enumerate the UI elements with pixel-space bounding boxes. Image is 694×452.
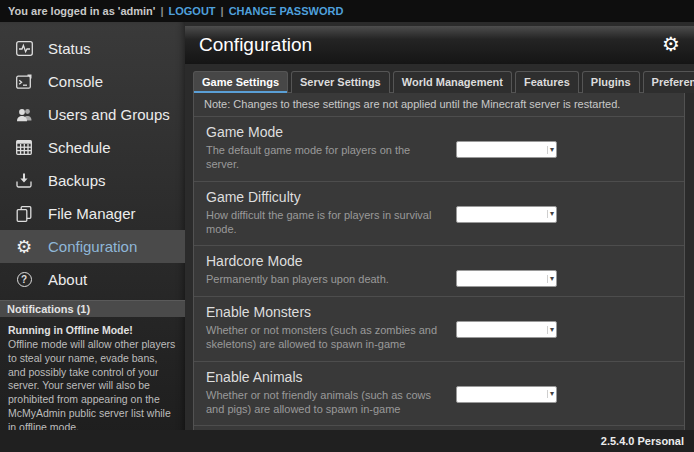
sidebar-item-label: File Manager [48, 205, 136, 222]
setting-description: How difficult the game is for players in… [206, 208, 444, 237]
game-mode-select[interactable]: ▾ [456, 141, 557, 158]
status-icon [14, 40, 34, 58]
backups-icon [14, 172, 34, 190]
notification-item: Running in Offline Mode! Offline mode wi… [0, 317, 185, 442]
setting-description: The default game mode for players on the… [206, 143, 444, 172]
sidebar-item-backups[interactable]: Backups [0, 164, 185, 197]
chevron-down-icon: ▾ [547, 275, 554, 283]
configuration-content: Game Settings Server Settings World Mana… [193, 71, 685, 452]
schedule-icon [14, 139, 34, 157]
tab-world-management[interactable]: World Management [393, 71, 512, 93]
setting-row-game-difficulty: Game Difficulty How difficult the game i… [194, 182, 684, 247]
tab-preferences[interactable]: Preferences [643, 71, 694, 93]
sidebar-item-label: Configuration [48, 238, 137, 255]
sidebar-item-label: Schedule [48, 139, 111, 156]
notifications-panel: Notifications (1) Running in Offline Mod… [0, 300, 185, 442]
tab-game-settings[interactable]: Game Settings [193, 71, 288, 93]
tab-plugins[interactable]: Plugins [582, 71, 640, 93]
page-header: Configuration ⚙ [185, 26, 694, 64]
setting-title: Hardcore Mode [206, 253, 444, 269]
setting-row-hardcore-mode: Hardcore Mode Permanently ban players up… [194, 246, 684, 297]
logout-link[interactable]: LOGOUT [169, 5, 216, 17]
main-area: Configuration ⚙ Game Settings Server Set… [185, 22, 694, 430]
chevron-down-icon: ▾ [547, 210, 554, 218]
sidebar-item-about[interactable]: ? About [0, 263, 185, 296]
setting-row-enable-monsters: Enable Monsters Whether or not monsters … [194, 297, 684, 362]
separator: | [221, 5, 224, 17]
notification-text: Offline mode will allow other players to… [8, 338, 177, 435]
sidebar-item-status[interactable]: Status [0, 32, 185, 65]
tab-panel: Note: Changes to these settings are not … [193, 92, 685, 452]
sidebar-item-configuration[interactable]: ⚙ Configuration [0, 230, 185, 263]
enable-animals-select[interactable]: ▾ [456, 386, 557, 403]
tab-bar: Game Settings Server Settings World Mana… [193, 71, 685, 93]
sidebar-item-label: About [48, 271, 87, 288]
setting-title: Enable Monsters [206, 304, 444, 320]
hardcore-mode-select[interactable]: ▾ [456, 270, 557, 287]
logged-in-text: You are logged in as 'admin' [8, 5, 155, 17]
setting-title: Enable Animals [206, 369, 444, 385]
setting-row-enable-animals: Enable Animals Whether or not friendly a… [194, 362, 684, 427]
gear-icon: ⚙ [14, 238, 34, 256]
sidebar-item-file-manager[interactable]: File Manager [0, 197, 185, 230]
file-manager-icon [14, 205, 34, 223]
sidebar-item-schedule[interactable]: Schedule [0, 131, 185, 164]
tab-server-settings[interactable]: Server Settings [291, 71, 390, 93]
chevron-down-icon: ▾ [547, 326, 554, 334]
users-icon [14, 106, 34, 124]
notification-title: Running in Offline Mode! [8, 324, 177, 338]
settings-gear-icon[interactable]: ⚙ [662, 34, 680, 54]
game-difficulty-select[interactable]: ▾ [456, 206, 557, 223]
version-label: 2.5.4.0 Personal [601, 435, 684, 447]
sidebar-item-label: Console [48, 73, 103, 90]
chevron-down-icon: ▾ [547, 390, 554, 398]
sidebar-item-label: Backups [48, 172, 106, 189]
sidebar-item-console[interactable]: Console [0, 65, 185, 98]
sidebar-item-label: Status [48, 40, 91, 57]
sidebar: Status Console Users and Groups Schedule… [0, 22, 185, 452]
console-icon [14, 73, 34, 91]
page-title: Configuration [185, 34, 312, 56]
notifications-header: Notifications (1) [0, 300, 185, 317]
chevron-down-icon: ▾ [547, 146, 554, 154]
setting-row-game-mode: Game Mode The default game mode for play… [194, 117, 684, 182]
sidebar-item-users-and-groups[interactable]: Users and Groups [0, 98, 185, 131]
sidebar-item-label: Users and Groups [48, 106, 170, 123]
question-icon: ? [14, 271, 34, 289]
tab-features[interactable]: Features [515, 71, 579, 93]
setting-description: Whether or not monsters (such as zombies… [206, 323, 444, 352]
separator: | [160, 5, 163, 17]
enable-monsters-select[interactable]: ▾ [456, 321, 557, 338]
change-password-link[interactable]: CHANGE PASSWORD [229, 5, 344, 17]
setting-title: Game Mode [206, 124, 444, 140]
setting-title: Game Difficulty [206, 189, 444, 205]
setting-description: Whether or not friendly animals (such as… [206, 388, 444, 417]
footer: 2.5.4.0 Personal [0, 430, 694, 452]
setting-description: Permanently ban players upon death. [206, 272, 444, 286]
restart-note: Note: Changes to these settings are not … [194, 93, 684, 117]
topbar: You are logged in as 'admin' | LOGOUT | … [0, 0, 694, 22]
